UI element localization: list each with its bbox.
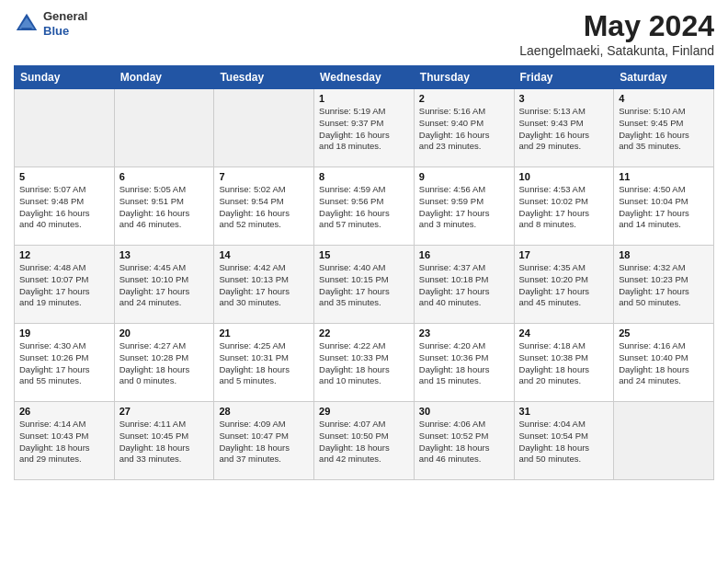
calendar-week-row: 19Sunrise: 4:30 AM Sunset: 10:26 PM Dayl…: [15, 324, 714, 402]
day-number: 1: [319, 93, 409, 104]
day-info: Sunrise: 4:40 AM Sunset: 10:15 PM Daylig…: [319, 262, 409, 309]
day-info: Sunrise: 4:59 AM Sunset: 9:56 PM Dayligh…: [319, 184, 409, 231]
day-number: 11: [619, 171, 709, 182]
day-number: 23: [419, 327, 509, 339]
day-info: Sunrise: 5:02 AM Sunset: 9:54 PM Dayligh…: [219, 184, 309, 231]
day-number: 14: [219, 249, 309, 260]
calendar-cell: 13Sunrise: 4:45 AM Sunset: 10:10 PM Dayl…: [114, 246, 214, 324]
day-info: Sunrise: 4:14 AM Sunset: 10:43 PM Daylig…: [19, 419, 109, 465]
calendar-cell: 4Sunrise: 5:10 AM Sunset: 9:45 PM Daylig…: [614, 89, 714, 167]
day-info: Sunrise: 4:53 AM Sunset: 10:02 PM Daylig…: [519, 184, 609, 231]
calendar-cell: 10Sunrise: 4:53 AM Sunset: 10:02 PM Dayl…: [514, 167, 614, 246]
day-info: Sunrise: 4:06 AM Sunset: 10:52 PM Daylig…: [419, 419, 509, 465]
day-info: Sunrise: 5:16 AM Sunset: 9:40 PM Dayligh…: [419, 106, 509, 153]
calendar-cell: 22Sunrise: 4:22 AM Sunset: 10:33 PM Dayl…: [314, 324, 415, 402]
calendar-cell: 1Sunrise: 5:19 AM Sunset: 9:37 PM Daylig…: [314, 89, 415, 167]
calendar-cell: 5Sunrise: 5:07 AM Sunset: 9:48 PM Daylig…: [15, 167, 115, 246]
logo: General Blue: [14, 9, 87, 38]
calendar-table: SundayMondayTuesdayWednesdayThursdayFrid…: [14, 65, 714, 480]
calendar-cell: 16Sunrise: 4:37 AM Sunset: 10:18 PM Dayl…: [414, 246, 514, 324]
logo-text: General Blue: [43, 9, 87, 38]
calendar-cell: [214, 89, 314, 167]
day-info: Sunrise: 4:22 AM Sunset: 10:33 PM Daylig…: [319, 340, 409, 387]
day-info: Sunrise: 4:18 AM Sunset: 10:38 PM Daylig…: [519, 340, 609, 387]
calendar-week-row: 12Sunrise: 4:48 AM Sunset: 10:07 PM Dayl…: [15, 246, 714, 324]
day-info: Sunrise: 4:42 AM Sunset: 10:13 PM Daylig…: [219, 262, 309, 309]
calendar-cell: [114, 89, 214, 167]
day-info: Sunrise: 5:10 AM Sunset: 9:45 PM Dayligh…: [619, 106, 709, 153]
svg-rect-2: [21, 28, 31, 30]
calendar-cell: 25Sunrise: 4:16 AM Sunset: 10:40 PM Dayl…: [614, 324, 714, 402]
day-number: 17: [519, 249, 609, 260]
calendar-cell: 28Sunrise: 4:09 AM Sunset: 10:47 PM Dayl…: [214, 402, 314, 480]
calendar-cell: 8Sunrise: 4:59 AM Sunset: 9:56 PM Daylig…: [314, 167, 415, 246]
day-number: 28: [219, 406, 309, 417]
logo-icon: [14, 11, 40, 37]
day-info: Sunrise: 5:19 AM Sunset: 9:37 PM Dayligh…: [319, 106, 409, 153]
day-number: 29: [319, 406, 409, 417]
day-info: Sunrise: 4:30 AM Sunset: 10:26 PM Daylig…: [19, 340, 109, 387]
calendar-cell: 19Sunrise: 4:30 AM Sunset: 10:26 PM Dayl…: [15, 324, 115, 402]
day-info: Sunrise: 4:11 AM Sunset: 10:45 PM Daylig…: [119, 419, 210, 465]
day-number: 27: [119, 406, 210, 417]
calendar-cell: 11Sunrise: 4:50 AM Sunset: 10:04 PM Dayl…: [614, 167, 714, 246]
title-block: May 2024 Laengelmaeki, Satakunta, Finlan…: [519, 9, 714, 58]
day-number: 25: [619, 327, 709, 339]
day-number: 12: [19, 249, 109, 260]
day-info: Sunrise: 4:48 AM Sunset: 10:07 PM Daylig…: [19, 262, 109, 309]
location-subtitle: Laengelmaeki, Satakunta, Finland: [519, 43, 714, 58]
calendar-cell: 21Sunrise: 4:25 AM Sunset: 10:31 PM Dayl…: [214, 324, 314, 402]
calendar-cell: 29Sunrise: 4:07 AM Sunset: 10:50 PM Dayl…: [314, 402, 415, 480]
day-info: Sunrise: 4:20 AM Sunset: 10:36 PM Daylig…: [419, 340, 509, 387]
page-header: General Blue May 2024 Laengelmaeki, Sata…: [14, 9, 714, 58]
day-info: Sunrise: 4:37 AM Sunset: 10:18 PM Daylig…: [419, 262, 509, 309]
calendar-cell: 20Sunrise: 4:27 AM Sunset: 10:28 PM Dayl…: [114, 324, 214, 402]
day-info: Sunrise: 4:09 AM Sunset: 10:47 PM Daylig…: [219, 419, 309, 465]
weekday-header-sunday: Sunday: [15, 66, 115, 89]
calendar-cell: 14Sunrise: 4:42 AM Sunset: 10:13 PM Dayl…: [214, 246, 314, 324]
day-number: 20: [119, 327, 210, 339]
weekday-header-tuesday: Tuesday: [214, 66, 314, 89]
day-info: Sunrise: 4:45 AM Sunset: 10:10 PM Daylig…: [119, 262, 210, 309]
day-number: 24: [519, 327, 609, 339]
day-number: 26: [19, 406, 109, 417]
calendar-cell: [614, 402, 714, 480]
day-number: 7: [219, 171, 309, 182]
day-number: 9: [419, 171, 509, 182]
calendar-cell: 6Sunrise: 5:05 AM Sunset: 9:51 PM Daylig…: [114, 167, 214, 246]
day-number: 3: [519, 93, 609, 104]
day-info: Sunrise: 4:07 AM Sunset: 10:50 PM Daylig…: [319, 419, 409, 465]
calendar-cell: 23Sunrise: 4:20 AM Sunset: 10:36 PM Dayl…: [414, 324, 514, 402]
weekday-header-row: SundayMondayTuesdayWednesdayThursdayFrid…: [15, 66, 714, 89]
calendar-week-row: 1Sunrise: 5:19 AM Sunset: 9:37 PM Daylig…: [15, 89, 714, 167]
weekday-header-thursday: Thursday: [414, 66, 514, 89]
calendar-cell: 2Sunrise: 5:16 AM Sunset: 9:40 PM Daylig…: [414, 89, 514, 167]
logo-general-text: General: [43, 9, 87, 24]
day-number: 16: [419, 249, 509, 260]
day-number: 2: [419, 93, 509, 104]
day-number: 22: [319, 327, 409, 339]
day-info: Sunrise: 5:07 AM Sunset: 9:48 PM Dayligh…: [19, 184, 109, 231]
weekday-header-friday: Friday: [514, 66, 614, 89]
calendar-cell: [15, 89, 115, 167]
calendar-cell: 7Sunrise: 5:02 AM Sunset: 9:54 PM Daylig…: [214, 167, 314, 246]
logo-blue-text: Blue: [43, 24, 87, 39]
day-number: 6: [119, 171, 210, 182]
day-number: 15: [319, 249, 409, 260]
calendar-week-row: 26Sunrise: 4:14 AM Sunset: 10:43 PM Dayl…: [15, 402, 714, 480]
day-number: 21: [219, 327, 309, 339]
day-number: 30: [419, 406, 509, 417]
weekday-header-saturday: Saturday: [614, 66, 714, 89]
day-info: Sunrise: 4:25 AM Sunset: 10:31 PM Daylig…: [219, 340, 309, 387]
calendar-cell: 27Sunrise: 4:11 AM Sunset: 10:45 PM Dayl…: [114, 402, 214, 480]
day-number: 31: [519, 406, 609, 417]
day-number: 10: [519, 171, 609, 182]
day-number: 18: [619, 249, 709, 260]
day-number: 19: [19, 327, 109, 339]
day-number: 8: [319, 171, 409, 182]
calendar-cell: 30Sunrise: 4:06 AM Sunset: 10:52 PM Dayl…: [414, 402, 514, 480]
calendar-cell: 17Sunrise: 4:35 AM Sunset: 10:20 PM Dayl…: [514, 246, 614, 324]
day-info: Sunrise: 5:13 AM Sunset: 9:43 PM Dayligh…: [519, 106, 609, 153]
day-info: Sunrise: 5:05 AM Sunset: 9:51 PM Dayligh…: [119, 184, 210, 231]
calendar-cell: 3Sunrise: 5:13 AM Sunset: 9:43 PM Daylig…: [514, 89, 614, 167]
